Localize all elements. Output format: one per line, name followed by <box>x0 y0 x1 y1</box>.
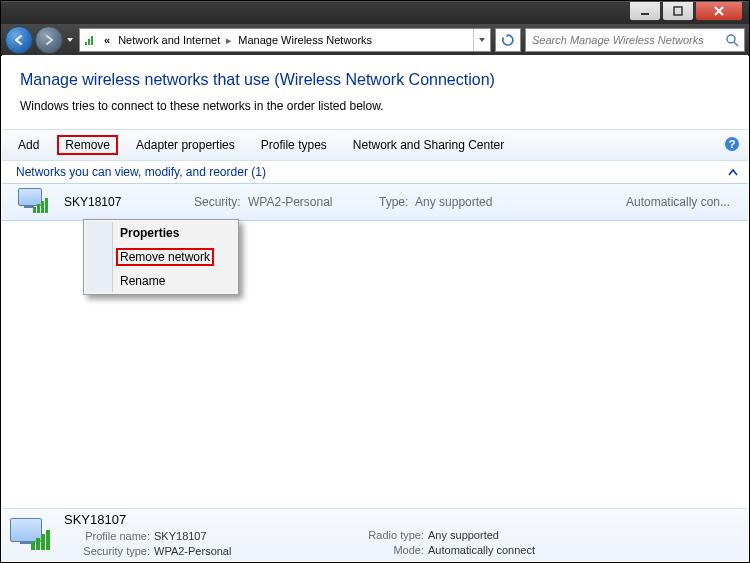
breadcrumb-seg-network[interactable]: Network and Internet <box>114 29 224 51</box>
breadcrumb-overflow[interactable]: « <box>100 29 114 51</box>
details-radio-label: Radio type: <box>354 528 424 543</box>
search-input[interactable] <box>530 33 724 47</box>
wireless-networks-window: « Network and Internet ▸ Manage Wireless… <box>0 0 750 563</box>
network-icon <box>18 188 50 216</box>
page-description: Windows tries to connect to these networ… <box>20 99 730 113</box>
search-icon <box>724 32 740 48</box>
type-label: Type: <box>379 195 408 209</box>
auto-connect-value: Automatically con... <box>626 195 730 209</box>
help-icon[interactable]: ? <box>724 136 740 152</box>
explorer-navbar: « Network and Internet ▸ Manage Wireless… <box>1 24 749 56</box>
svg-point-5 <box>727 35 735 43</box>
svg-rect-0 <box>641 13 649 15</box>
network-name: SKY18107 <box>64 195 194 209</box>
forward-button[interactable] <box>35 26 63 54</box>
close-button[interactable] <box>695 2 743 21</box>
details-mode-label: Mode: <box>354 543 424 558</box>
command-toolbar: Add Remove Adapter properties Profile ty… <box>2 129 748 161</box>
details-security-value: WPA2-Personal <box>154 545 231 557</box>
signal-icon <box>82 32 98 48</box>
security-value: WPA2-Personal <box>248 195 332 209</box>
svg-rect-2 <box>85 42 87 45</box>
address-bar[interactable]: « Network and Internet ▸ Manage Wireless… <box>79 28 491 52</box>
svg-rect-4 <box>91 36 93 45</box>
group-header[interactable]: Networks you can view, modify, and reord… <box>2 161 748 183</box>
details-security-label: Security type: <box>64 544 150 559</box>
maximize-button[interactable] <box>662 2 694 21</box>
details-mode-value: Automatically connect <box>428 544 535 556</box>
menu-item-rename[interactable]: Rename <box>86 270 236 292</box>
network-sharing-center-button[interactable]: Network and Sharing Center <box>345 136 512 154</box>
details-pane: SKY18107 Profile name:SKY18107 Security … <box>2 508 748 561</box>
add-button[interactable]: Add <box>10 136 47 154</box>
svg-rect-3 <box>88 39 90 45</box>
profile-types-button[interactable]: Profile types <box>253 136 335 154</box>
context-menu: Properties Remove network Rename <box>83 219 239 295</box>
type-value: Any supported <box>415 195 492 209</box>
page-title: Manage wireless networks that use (Wirel… <box>20 71 730 89</box>
search-box[interactable] <box>525 28 745 52</box>
network-list-item[interactable]: SKY18107 Security: WPA2-Personal Type: A… <box>2 183 748 221</box>
menu-item-properties[interactable]: Properties <box>86 222 236 244</box>
breadcrumb-seg-manage[interactable]: Manage Wireless Networks <box>234 29 376 51</box>
address-dropdown[interactable] <box>473 29 490 51</box>
menu-item-remove-network[interactable]: Remove network <box>86 244 236 270</box>
minimize-button[interactable] <box>629 2 661 21</box>
adapter-properties-button[interactable]: Adapter properties <box>128 136 243 154</box>
svg-rect-1 <box>674 7 682 15</box>
details-profile-label: Profile name: <box>64 529 150 544</box>
content-area: Manage wireless networks that use (Wirel… <box>2 55 748 561</box>
chevron-right-icon[interactable]: ▸ <box>224 34 234 47</box>
details-name: SKY18107 <box>64 512 354 527</box>
recent-pages-dropdown-icon[interactable] <box>65 33 75 47</box>
details-network-icon <box>10 516 54 554</box>
titlebar <box>1 1 749 24</box>
collapse-group-icon[interactable] <box>728 167 738 181</box>
remove-button[interactable]: Remove <box>57 135 118 155</box>
group-header-label: Networks you can view, modify, and reord… <box>16 165 266 179</box>
refresh-button[interactable] <box>495 28 521 52</box>
details-radio-value: Any supported <box>428 529 499 541</box>
svg-text:?: ? <box>729 138 736 150</box>
security-label: Security: <box>194 195 241 209</box>
back-button[interactable] <box>5 26 33 54</box>
window-buttons <box>628 2 743 21</box>
svg-line-6 <box>734 42 738 46</box>
details-profile-value: SKY18107 <box>154 530 207 542</box>
